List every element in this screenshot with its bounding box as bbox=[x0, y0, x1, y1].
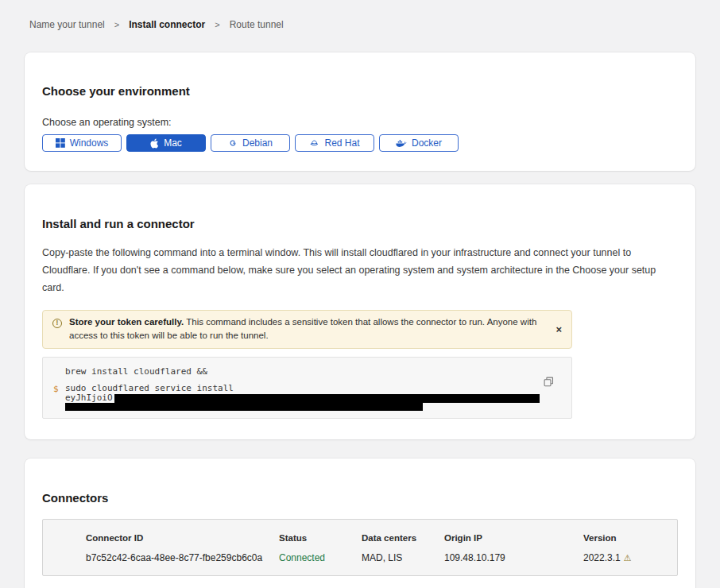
install-command-codeblock: $ brew install cloudflared && sudo cloud… bbox=[42, 357, 572, 419]
os-select-label: Choose an operating system: bbox=[42, 117, 678, 128]
col-header-data-centers: Data centers bbox=[362, 533, 444, 543]
breadcrumb-install-connector[interactable]: Install connector bbox=[129, 19, 205, 30]
connectors-table: Connector ID Status Data centers Origin … bbox=[42, 519, 678, 576]
redacted-token-bar bbox=[65, 403, 423, 411]
connectors-card-title: Connectors bbox=[42, 491, 678, 505]
code-line-service-install: sudo cloudflared service install bbox=[65, 383, 540, 393]
environment-card-title: Choose your environment bbox=[42, 84, 678, 98]
connectors-card: Connectors Connector ID Status Data cent… bbox=[25, 458, 695, 588]
install-card: Install and run a connector Copy-paste t… bbox=[25, 184, 695, 439]
token-warning-callout: ! Store your token carefully. This comma… bbox=[42, 310, 572, 350]
install-card-title: Install and run a connector bbox=[42, 217, 678, 230]
os-button-docker[interactable]: Docker bbox=[379, 134, 459, 152]
token-prefix: eyJhIjoiO bbox=[65, 393, 113, 403]
breadcrumb-separator: > bbox=[114, 20, 119, 29]
debian-icon bbox=[228, 138, 238, 148]
warning-circle-icon: ! bbox=[52, 319, 62, 328]
warning-triangle-icon: ⚠ bbox=[624, 553, 632, 563]
origin-ip-value: 109.48.10.179 bbox=[444, 552, 583, 563]
token-warning-bold: Store your token carefully. bbox=[69, 317, 184, 327]
os-button-label: Docker bbox=[412, 137, 442, 149]
token-warning-text: Store your token carefully. This command… bbox=[69, 315, 540, 344]
col-header-version: Version bbox=[583, 533, 664, 543]
docker-icon bbox=[396, 139, 407, 148]
connectors-table-header: Connector ID Status Data centers Origin … bbox=[43, 533, 677, 543]
os-button-debian[interactable]: Debian bbox=[211, 134, 290, 152]
os-button-label: Mac bbox=[164, 137, 182, 149]
version-value: 2022.3.1⚠ bbox=[583, 552, 664, 563]
connector-id-value: b7c52c42-6caa-48ee-8c77-fbe259cb6c0a bbox=[86, 552, 279, 563]
breadcrumb: Name your tunnel > Install connector > R… bbox=[25, 0, 695, 30]
status-badge: Connected bbox=[279, 552, 362, 563]
col-header-connector-id: Connector ID bbox=[86, 533, 279, 543]
shell-prompt: $ bbox=[53, 384, 59, 394]
apple-icon bbox=[150, 138, 159, 149]
environment-card: Choose your environment Choose an operat… bbox=[25, 52, 695, 171]
col-header-status: Status bbox=[279, 533, 362, 543]
table-row: b7c52c42-6caa-48ee-8c77-fbe259cb6c0a Con… bbox=[43, 552, 677, 563]
breadcrumb-route-tunnel[interactable]: Route tunnel bbox=[230, 19, 284, 30]
install-description: Copy-paste the following command into a … bbox=[42, 245, 678, 297]
data-centers-value: MAD, LIS bbox=[362, 552, 444, 563]
page: Name your tunnel > Install connector > R… bbox=[0, 0, 720, 588]
os-button-redhat[interactable]: Red Hat bbox=[295, 134, 374, 152]
col-header-origin-ip: Origin IP bbox=[444, 533, 583, 543]
code-line-brew: brew install cloudflared && bbox=[65, 366, 540, 377]
os-button-mac[interactable]: Mac bbox=[126, 134, 206, 152]
close-icon[interactable]: × bbox=[555, 324, 562, 335]
windows-icon bbox=[56, 138, 65, 148]
copy-icon[interactable] bbox=[544, 377, 554, 387]
breadcrumb-separator: > bbox=[215, 20, 219, 29]
redhat-icon bbox=[309, 138, 319, 148]
version-number: 2022.3.1 bbox=[583, 552, 621, 563]
os-button-label: Debian bbox=[242, 137, 273, 149]
os-button-label: Windows bbox=[70, 137, 109, 149]
os-button-label: Red Hat bbox=[324, 137, 359, 149]
breadcrumb-name-your-tunnel[interactable]: Name your tunnel bbox=[29, 19, 105, 30]
os-button-group: Windows Mac Debian bbox=[42, 134, 678, 152]
redacted-token-bar bbox=[114, 394, 540, 403]
os-button-windows[interactable]: Windows bbox=[42, 134, 122, 152]
